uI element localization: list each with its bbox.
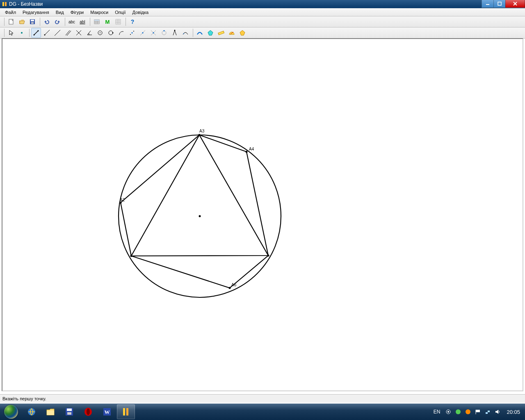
svg-rect-73 (67, 409, 72, 411)
svg-rect-88 (488, 411, 490, 412)
svg-point-35 (100, 32, 100, 33)
tray-flag-icon[interactable] (475, 409, 481, 415)
svg-point-59 (199, 215, 201, 217)
protractor-tool-icon[interactable] (227, 28, 237, 38)
table-icon[interactable] (92, 17, 102, 27)
maximize-button[interactable] (493, 0, 506, 8)
svg-rect-8 (31, 20, 34, 21)
midpoint-tool-icon[interactable] (127, 28, 137, 38)
tray-green-icon[interactable] (455, 409, 461, 415)
compass-tool-icon[interactable] (170, 28, 180, 38)
pentagon-tool-icon[interactable] (237, 28, 247, 38)
taskbar-ie-icon[interactable] (23, 404, 41, 419)
circle-point-tool-icon[interactable] (106, 28, 116, 38)
tray-clock[interactable]: 20:05 (507, 409, 520, 415)
close-button[interactable] (505, 0, 525, 8)
svg-point-76 (87, 409, 90, 415)
segment-tool-icon[interactable] (31, 28, 41, 38)
svg-point-64 (246, 151, 248, 153)
tray-wireless-icon[interactable] (445, 409, 452, 415)
svg-point-40 (132, 32, 133, 34)
menu-macros[interactable]: Макроси (87, 9, 112, 16)
tray-network-icon[interactable] (484, 409, 491, 415)
tray-volume-icon[interactable] (494, 409, 501, 415)
pointer-tool-icon[interactable] (6, 28, 16, 38)
svg-marker-57 (131, 135, 268, 256)
taskbar-save-icon[interactable] (60, 404, 78, 419)
windows-orb-icon (4, 405, 18, 419)
ruler-tool-icon[interactable] (216, 28, 226, 38)
title-bar: DG - БезНазви (0, 0, 525, 8)
svg-point-69 (267, 255, 269, 257)
point-tool-icon[interactable] (17, 28, 27, 38)
svg-rect-16 (116, 19, 121, 24)
svg-point-51 (183, 33, 184, 34)
drawing-canvas[interactable]: A2A3A4A6 (2, 38, 523, 391)
svg-point-42 (142, 32, 144, 34)
svg-text:A4: A4 (249, 147, 254, 151)
angle-tool-icon[interactable] (84, 28, 94, 38)
svg-rect-3 (498, 2, 501, 5)
svg-marker-52 (208, 30, 213, 35)
svg-point-45 (153, 32, 154, 34)
help-icon[interactable]: ? (128, 17, 137, 27)
new-file-icon[interactable] (6, 17, 16, 27)
redo-icon[interactable] (52, 17, 62, 27)
window-title: DG - БезНазви (9, 1, 43, 7)
taskbar-opera-icon[interactable] (79, 404, 97, 419)
svg-point-47 (164, 30, 165, 32)
menu-file[interactable]: Файл (2, 9, 19, 16)
taskbar-dg-icon[interactable] (117, 404, 135, 419)
text-label-icon[interactable]: abc (67, 17, 77, 27)
svg-rect-15 (94, 20, 99, 21)
menu-view[interactable]: Вид (52, 9, 67, 16)
trace-tool-icon[interactable] (195, 28, 205, 38)
svg-point-62 (199, 134, 201, 136)
start-button[interactable] (0, 404, 22, 420)
macro-m-icon[interactable]: M (103, 17, 112, 27)
polygon-tool-icon[interactable] (205, 28, 215, 38)
perpendicular-point-tool-icon[interactable] (138, 28, 148, 38)
svg-rect-79 (123, 408, 125, 415)
svg-text:A3: A3 (199, 129, 205, 133)
open-file-icon[interactable] (17, 17, 27, 27)
svg-line-49 (175, 30, 176, 35)
svg-point-37 (112, 32, 114, 34)
svg-point-26 (44, 34, 46, 36)
taskbar-word-icon[interactable]: W (98, 404, 116, 419)
tray-orange-icon[interactable] (465, 409, 471, 415)
drawing-toolbar (0, 27, 525, 39)
minimize-button[interactable] (482, 0, 494, 8)
svg-point-81 (447, 411, 449, 413)
svg-rect-53 (218, 31, 224, 35)
app-icon (2, 1, 7, 7)
window-controls (482, 0, 525, 7)
svg-rect-80 (126, 408, 128, 415)
menu-options[interactable]: Опції (112, 9, 129, 16)
intersection-point-tool-icon[interactable] (148, 28, 158, 38)
circle-center-tool-icon[interactable] (95, 28, 105, 38)
locus-tool-icon[interactable] (180, 28, 190, 38)
svg-rect-85 (476, 410, 480, 412)
line-tool-icon[interactable] (52, 28, 62, 38)
intersect-tool-icon[interactable] (74, 28, 84, 38)
menu-help[interactable]: Довідка (129, 9, 152, 16)
tangent-circle-tool-icon[interactable] (159, 28, 169, 38)
status-bar: Вкажіть першу точку. (0, 394, 525, 403)
svg-line-22 (34, 31, 38, 35)
taskbar-explorer-icon[interactable] (41, 404, 59, 419)
ray-tool-icon[interactable] (42, 28, 52, 38)
text-edit-icon[interactable]: abl (78, 17, 87, 27)
language-indicator[interactable]: EN (434, 409, 441, 415)
undo-icon[interactable] (42, 17, 52, 27)
status-text: Вкажіть першу точку. (2, 396, 46, 401)
svg-text:W: W (105, 409, 110, 415)
grid-icon[interactable] (113, 17, 123, 27)
menu-figures[interactable]: Фігури (67, 9, 87, 16)
arc-tool-icon[interactable] (116, 28, 126, 38)
parallel-tool-icon[interactable] (63, 28, 73, 38)
menu-edit[interactable]: Редагування (19, 9, 52, 16)
menu-bar: Файл Редагування Вид Фігури Макроси Опці… (0, 8, 525, 16)
svg-text:A2: A2 (120, 198, 125, 202)
save-file-icon[interactable] (27, 17, 37, 27)
